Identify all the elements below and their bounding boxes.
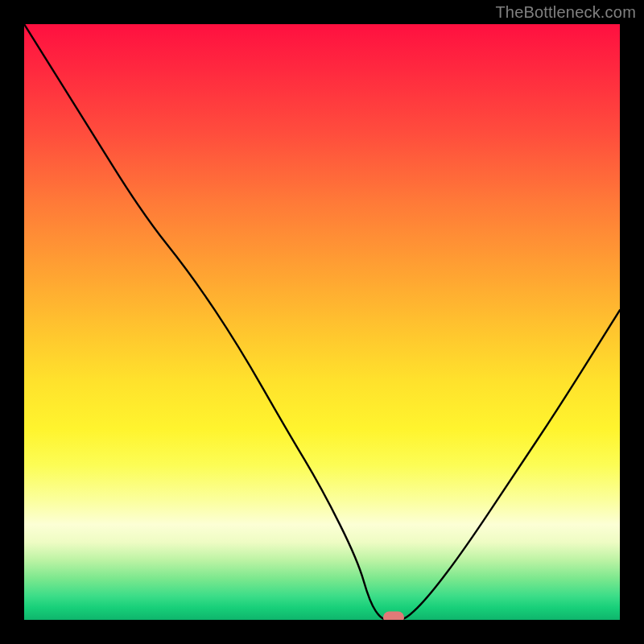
plot-area — [24, 24, 620, 620]
watermark-text: TheBottleneck.com — [495, 3, 636, 22]
bottleneck-curve — [24, 24, 620, 620]
optimum-marker — [383, 612, 404, 621]
chart-stage: TheBottleneck.com — [0, 0, 644, 644]
